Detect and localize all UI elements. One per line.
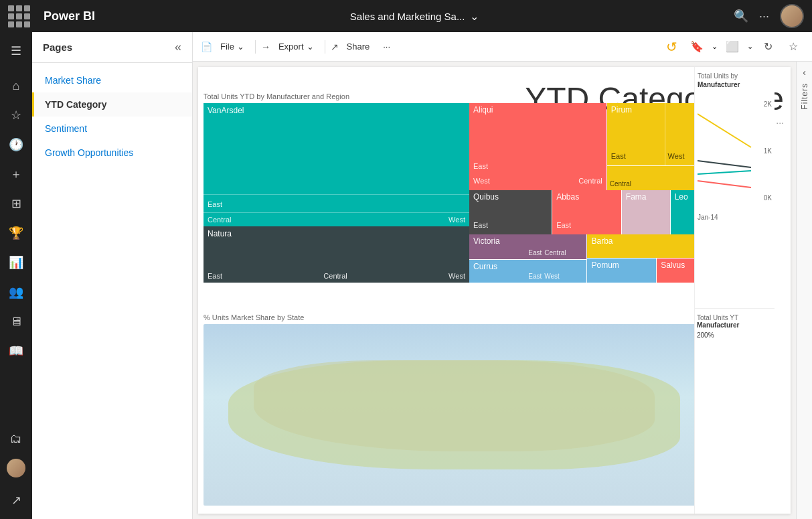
nav-create-icon[interactable]: ＋ <box>3 161 29 188</box>
rbp-subtitle: Manufacturer <box>697 321 772 329</box>
vanarsdel-label: VanArsdel <box>204 103 469 118</box>
nav-learn-icon[interactable]: 📖 <box>3 338 29 364</box>
bookmark-dropdown-icon[interactable]: ⌄ <box>712 42 718 51</box>
rbp-value: 200% <box>697 331 772 339</box>
ytd-more-icon[interactable]: ··· <box>776 117 784 129</box>
aliqui-label: Aliqui <box>469 102 497 117</box>
app-grid-icon[interactable] <box>8 5 30 27</box>
more-options-icon[interactable]: ··· <box>759 9 769 23</box>
map-visual[interactable] <box>204 324 705 506</box>
treemap-left-col: VanArsdel East Central West <box>204 103 469 283</box>
treemap-bottom-right: Victoria East Central <box>469 234 705 283</box>
toolbar: 📄 File ⌄ → Export ⌄ ↗ Share ··· ↺ 🔖 ⌄ ⬜ <box>193 32 812 62</box>
treemap-block-quibus[interactable]: Quibus East <box>469 190 552 234</box>
toolbar-right: ↺ 🔖 ⌄ ⬜ ⌄ ↻ ☆ <box>661 36 804 58</box>
nav-metrics-icon[interactable]: 📊 <box>3 249 29 276</box>
filters-panel[interactable]: ‹ Filters <box>796 62 812 519</box>
nav-monitor-icon[interactable]: 🖥 <box>3 308 29 335</box>
pages-list: Market Share YTD Category Sentiment Grow… <box>32 63 192 170</box>
treemap-victoria-currus: Victoria East Central <box>469 234 587 283</box>
report-title-dropdown[interactable]: ⌄ <box>470 10 479 23</box>
treemap-block-pirum[interactable]: Pirum East West <box>607 103 705 165</box>
filters-label: Filters <box>800 83 809 110</box>
view-dropdown-icon[interactable]: ⌄ <box>747 42 753 51</box>
treemap-block-fama[interactable]: Fama <box>622 190 670 234</box>
report-page: YTD Category Tre ✏ ⧉ ▽ ⛶ ··· Total Units… <box>198 67 791 514</box>
refresh-icon[interactable]: ↺ <box>661 36 682 58</box>
file-button[interactable]: File ⌄ <box>215 39 250 54</box>
export-icon: → <box>261 42 270 52</box>
page-item-ytd-category[interactable]: YTD Category <box>32 92 192 117</box>
toolbar-separator-1 <box>255 40 256 54</box>
treemap-block-barba[interactable]: Barba <box>587 234 705 258</box>
page-item-sentiment[interactable]: Sentiment <box>32 117 192 141</box>
nav-favorites-icon[interactable]: ☆ <box>3 102 29 129</box>
pages-title: Pages <box>43 42 72 53</box>
pages-panel: Pages « Market Share YTD Category Sentim… <box>32 32 193 519</box>
treemap-block-pomum[interactable]: Pomum <box>587 258 656 282</box>
pirum-label: Pirum <box>607 102 636 117</box>
treemap-block-abbas[interactable]: Abbas East <box>552 190 621 234</box>
map-landmass-2 <box>254 360 655 451</box>
bottom-map-title: % Units Market Share by State <box>204 313 705 321</box>
star-icon[interactable]: ☆ <box>783 36 804 58</box>
report-canvas: YTD Category Tre ✏ ⧉ ▽ ⛶ ··· Total Units… <box>193 62 812 519</box>
nav-user-icon[interactable] <box>3 455 29 481</box>
treemap-block-aliqui[interactable]: Aliqui East West Central <box>469 103 606 190</box>
pages-collapse-btn[interactable]: « <box>175 40 181 54</box>
nav-workspaces-icon[interactable]: 🗂 <box>3 425 29 452</box>
victoria-label: Victoria <box>469 234 504 248</box>
icon-sidebar: ☰ ⌂ ☆ 🕐 ＋ ⊞ 🏆 📊 👥 🖥 📖 🗂 ↗ <box>0 32 32 519</box>
nav-apps-icon[interactable]: ⊞ <box>3 190 29 217</box>
nav-recent-icon[interactable]: 🕐 <box>3 131 29 158</box>
main-layout: ☰ ⌂ ☆ 🕐 ＋ ⊞ 🏆 📊 👥 🖥 📖 🗂 ↗ Pages « Market… <box>0 32 812 519</box>
salvus-label: Salvus <box>657 258 689 273</box>
file-icon: 📄 <box>201 42 212 52</box>
user-avatar[interactable] <box>780 4 804 28</box>
treemap-block-vanarsdel[interactable]: VanArsdel East Central West <box>204 103 469 226</box>
topbar: Power BI Sales and Marketing Sa... ⌄ 🔍 ·… <box>0 0 812 32</box>
export-dropdown-icon: ⌄ <box>307 42 314 52</box>
more-button[interactable]: ··· <box>378 39 396 54</box>
pomum-label: Pomum <box>587 258 623 273</box>
chart-x-label: Jan-14 <box>698 214 718 221</box>
treemap-container[interactable]: VanArsdel East Central West <box>204 103 705 283</box>
treemap-block-victoria[interactable]: Victoria East Central <box>469 234 587 259</box>
share-button[interactable]: Share <box>341 39 376 54</box>
pages-header: Pages « <box>32 32 192 63</box>
treemap-middle-right: Quibus East Abbas East Fama <box>469 190 705 234</box>
bookmark-icon[interactable]: 🔖 <box>686 36 708 58</box>
toolbar-separator-2 <box>325 40 325 54</box>
treemap-section: Total Units YTD by Manufacturer and Regi… <box>198 87 710 291</box>
page-item-growth-opportunities[interactable]: Growth Opportunities <box>32 141 192 165</box>
page-item-market-share[interactable]: Market Share <box>32 68 192 92</box>
nav-expand-icon[interactable]: ↗ <box>3 487 29 514</box>
bottom-map-section: % Units Market Share by State <box>198 308 710 514</box>
svg-line-0 <box>698 114 751 147</box>
nav-menu-icon[interactable]: ⌂ <box>3 72 29 99</box>
leo-label: Leo <box>671 190 692 204</box>
barba-label: Barba <box>587 234 617 248</box>
treemap-pirum-central[interactable]: Central <box>607 166 705 190</box>
content-area: 📄 File ⌄ → Export ⌄ ↗ Share ··· ↺ 🔖 ⌄ ⬜ <box>193 32 812 519</box>
quibus-label: Quibus <box>469 190 503 204</box>
share-icon: ↗ <box>331 42 339 52</box>
svg-line-3 <box>698 181 751 188</box>
right-chart[interactable]: 2K 1K 0K Jan-14 <box>698 94 772 228</box>
reset-icon[interactable]: ↻ <box>757 36 779 58</box>
report-title-area: Sales and Marketing Sa... ⌄ <box>106 10 723 23</box>
right-bottom-panel: Total Units YT Manufacturer 200% <box>694 308 775 514</box>
search-icon[interactable]: 🔍 <box>734 9 748 23</box>
nav-people-icon[interactable]: 👥 <box>3 279 29 305</box>
chart-svg <box>698 94 772 228</box>
svg-line-1 <box>698 161 751 167</box>
nav-goals-icon[interactable]: 🏆 <box>3 220 29 246</box>
treemap-barba-pomum-salvus: Barba Pomum Salvus <box>587 234 705 283</box>
treemap-block-currus[interactable]: Currus East West <box>469 260 587 283</box>
treemap-right-col: Aliqui East West Central Pirum <box>469 103 705 283</box>
export-button[interactable]: Export ⌄ <box>273 39 319 54</box>
view-icon[interactable]: ⬜ <box>722 36 743 58</box>
treemap-block-natura[interactable]: Natura East Central West <box>204 226 469 283</box>
nav-home-icon[interactable]: ☰ <box>3 38 29 64</box>
treemap-title: Total Units YTD by Manufacturer and Regi… <box>204 92 705 100</box>
